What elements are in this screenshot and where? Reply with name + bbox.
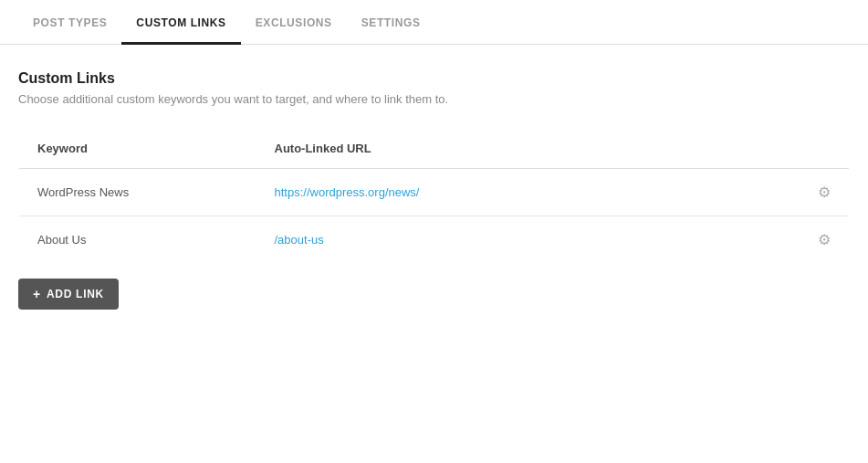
- gear-icon-1[interactable]: ⚙: [818, 184, 831, 200]
- keyword-cell-1: WordPress News: [19, 169, 256, 216]
- actions-cell-1: ⚙: [800, 169, 850, 216]
- url-cell-1: https://wordpress.org/news/: [256, 169, 800, 216]
- table-row: About Us /about-us ⚙: [19, 216, 850, 264]
- page-wrapper: POST TYPES CUSTOM LINKS EXCLUSIONS SETTI…: [0, 0, 868, 463]
- section-title: Custom Links: [18, 70, 850, 87]
- tab-bar: POST TYPES CUSTOM LINKS EXCLUSIONS SETTI…: [0, 0, 868, 45]
- tab-settings[interactable]: SETTINGS: [347, 0, 435, 45]
- tab-post-types[interactable]: POST TYPES: [18, 0, 121, 45]
- table-row: WordPress News https://wordpress.org/new…: [19, 169, 850, 216]
- col-header-url: Auto-Linked URL: [256, 129, 800, 169]
- tab-custom-links[interactable]: CUSTOM LINKS: [121, 0, 240, 45]
- add-link-label: ADD LINK: [47, 288, 104, 300]
- content-area: Custom Links Choose additional custom ke…: [0, 45, 868, 328]
- col-header-actions: [800, 129, 850, 169]
- keyword-cell-2: About Us: [19, 216, 256, 264]
- col-header-keyword: Keyword: [19, 129, 256, 169]
- plus-icon: +: [33, 288, 41, 300]
- tab-exclusions[interactable]: EXCLUSIONS: [241, 0, 347, 45]
- links-table: Keyword Auto-Linked URL WordPress News h…: [18, 128, 850, 264]
- url-link-1[interactable]: https://wordpress.org/news/: [275, 185, 420, 199]
- add-link-button[interactable]: + ADD LINK: [18, 279, 119, 310]
- table-header-row: Keyword Auto-Linked URL: [19, 129, 850, 169]
- gear-icon-2[interactable]: ⚙: [818, 232, 831, 247]
- section-description: Choose additional custom keywords you wa…: [18, 92, 850, 106]
- url-cell-2: /about-us: [256, 216, 800, 264]
- url-link-2[interactable]: /about-us: [275, 233, 324, 247]
- actions-cell-2: ⚙: [800, 216, 850, 264]
